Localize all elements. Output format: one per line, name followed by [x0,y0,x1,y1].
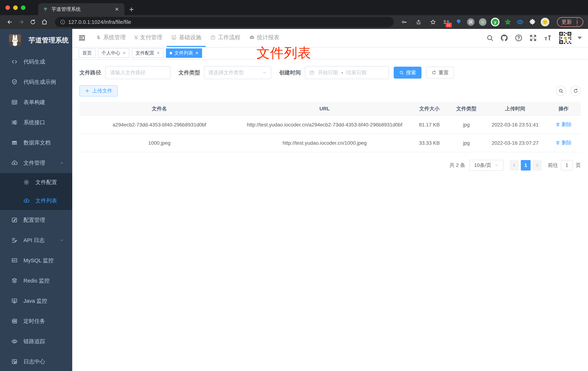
sidebar-item-code-demo[interactable]: 代码生成示例 [0,72,72,92]
avatar[interactable] [558,31,572,45]
extension-record-icon[interactable] [479,18,486,26]
dashboard-icon [249,34,255,40]
main-area: 系统管理 ¥ 支付管理 基础设施 工作流程 统计报表 [72,29,588,371]
extension-star-icon[interactable] [504,18,512,26]
file-path-input[interactable] [105,66,170,79]
gear-icon [23,179,30,185]
tags-view-bar: 首页 个人中心 ✕ 文件配置 ✕ 文件列表 ✕ [72,47,588,59]
back-icon[interactable] [5,17,15,27]
sidebar-item-java-monitor[interactable]: Java 监控 [0,291,72,311]
search-icon[interactable] [486,34,494,42]
cell-filesize: 81.17 KB [410,116,449,134]
font-size-icon[interactable] [544,34,552,42]
sidebar-item-scheduled-jobs[interactable]: 定时任务 [0,311,72,331]
delete-button[interactable]: 删除 [556,139,572,147]
sidebar-item-file-manage[interactable]: 文件管理 [0,153,72,173]
site-info-icon[interactable] [60,19,65,25]
extension-badge: 11 [445,22,452,27]
minimize-window-button[interactable] [13,5,18,10]
refresh-table-button[interactable] [571,86,581,96]
sidebar-item-tracing[interactable]: 链路追踪 [0,331,72,351]
sidebar-item-code-gen[interactable]: 代码生成 [0,52,72,72]
search-button[interactable]: 搜索 [394,67,421,79]
sidebar-item-file-config[interactable]: 文件配置 [0,173,72,191]
toggle-search-button[interactable] [556,86,566,96]
sidebar-item-api-log[interactable]: API 日志 [0,230,72,250]
prev-page-button[interactable] [510,160,519,170]
close-window-button[interactable] [5,5,10,10]
url-bar[interactable]: 127.0.0.1:1024/infra/file/file [55,17,394,27]
file-table: 文件名 URL 文件大小 文件类型 上传时间 操作 a294ecb2-73dd-… [79,102,581,152]
tag-file-list[interactable]: 文件列表 ✕ [166,48,202,58]
sidebar-item-mysql-monitor[interactable]: MySQL 监控 [0,250,72,271]
chrome-update-button[interactable]: 更新 ⋮⋮ [557,17,583,27]
page-size-select[interactable]: 10条/页 [470,160,504,171]
create-time-label: 创建时间 [279,69,301,76]
next-page-button[interactable] [533,160,542,170]
close-icon[interactable]: ✕ [156,51,160,55]
fullscreen-icon[interactable] [529,34,537,42]
sidebar-item-log-center[interactable]: 日志中心 [0,351,72,371]
close-icon[interactable]: ✕ [195,51,199,55]
extension-y-icon[interactable]: y [491,18,500,26]
table-toolbar: 上传文件 [79,85,581,96]
sidebar-item-db-doc[interactable]: 数据库文档 [0,133,72,153]
github-icon[interactable] [500,34,508,42]
sidebar-collapse-icon[interactable] [78,34,86,42]
chevron-down-icon [262,70,267,75]
sidebar-item-redis-monitor[interactable]: Redis 监控 [0,271,72,291]
tag-home[interactable]: 首页 [79,48,95,58]
close-icon[interactable]: ✕ [122,51,126,55]
upload-file-button[interactable]: 上传文件 [79,85,118,96]
help-icon[interactable] [515,34,523,42]
chevron-down-icon [60,238,64,242]
total-count: 共 2 条 [450,162,465,169]
cell-uploadtime: 2022-03-16 23:07:27 [484,134,546,152]
sidebar-logo[interactable]: 芋道管理系统 [0,29,72,52]
bookmark-star-icon[interactable] [428,17,438,27]
file-type-select[interactable]: 请选择文件类型 [204,66,271,79]
extension-tabs-icon[interactable]: 11 [442,18,450,26]
browser-tab[interactable]: 芋道管理系统 ✕ [38,3,125,15]
extension-balloon-icon[interactable] [455,18,463,26]
col-filesize: 文件大小 [410,102,449,116]
topnav-item-workflow[interactable]: 工作流程 [206,29,245,47]
avatar-caret-icon[interactable] [578,37,582,39]
password-key-icon[interactable] [399,17,409,27]
extension-eye-icon[interactable] [516,18,524,26]
sidebar-item-file-list[interactable]: 文件列表 [0,191,72,210]
home-icon[interactable] [39,17,50,27]
zoom-window-button[interactable] [21,5,25,10]
col-uploadtime: 上传时间 [484,102,546,116]
delete-button[interactable]: 删除 [556,120,572,128]
table-row: 1000.jpeg http://test.yudao.iocoder.cn/1… [79,134,581,152]
goto-page-input[interactable] [561,160,573,170]
page-number-1[interactable]: 1 [521,160,531,170]
plus-icon [85,88,90,93]
gear-icon [95,34,101,40]
topnav-item-system[interactable]: 系统管理 [91,29,130,47]
forward-icon[interactable] [16,17,26,27]
share-icon[interactable] [414,17,424,27]
chrome-menu-icon[interactable]: ⋮⋮ [575,19,580,25]
extensions-puzzle-icon[interactable] [528,18,536,26]
sidebar-item-label: 数据库文档 [23,139,51,147]
reset-button-label: 重置 [439,69,449,76]
sidebar-item-label: 日志中心 [23,358,45,365]
tab-close-icon[interactable]: ✕ [113,6,120,12]
profile-avatar-emoji[interactable] [541,18,549,26]
sidebar-item-system-api[interactable]: 系统接口 [0,112,72,133]
reset-button[interactable]: 重置 [426,67,454,79]
code-icon [11,59,18,65]
tag-file-config[interactable]: 文件配置 ✕ [132,48,163,58]
sidebar-item-label: 文件列表 [35,197,57,204]
tag-profile[interactable]: 个人中心 ✕ [98,48,129,58]
reload-icon[interactable] [28,17,38,27]
topnav-item-infra[interactable]: 基础设施 [167,29,206,47]
extension-cmd-icon[interactable]: ⌘ [467,18,475,26]
sidebar-item-form-builder[interactable]: 表单构建 [0,92,72,112]
topnav-item-payment[interactable]: ¥ 支付管理 [130,29,167,47]
sidebar-item-config-manage[interactable]: 配置管理 [0,210,72,230]
date-range-picker[interactable]: 开始日期 - 结束日期 [305,66,389,79]
new-tab-button[interactable]: + [129,5,134,13]
